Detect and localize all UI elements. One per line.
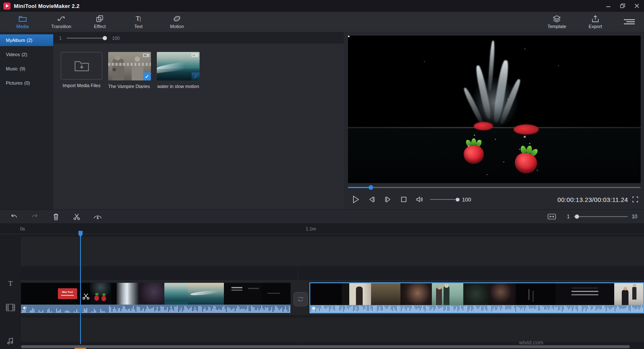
seek-knob[interactable] bbox=[369, 185, 373, 190]
volume-value: 100 bbox=[462, 196, 471, 203]
next-frame-button[interactable] bbox=[380, 193, 396, 206]
clip-logo-thumb: Mini Tool bbox=[58, 288, 77, 299]
timeline-zoom-min: 1 bbox=[567, 214, 570, 220]
timeline-clip-vampire-selected[interactable] bbox=[309, 282, 644, 313]
media-zoom-min: 1 bbox=[59, 36, 62, 41]
transition-slot[interactable] bbox=[293, 292, 308, 306]
tab-effect-label: Effect bbox=[94, 24, 106, 29]
volume-button[interactable] bbox=[412, 193, 428, 206]
myalbum-count: (2) bbox=[27, 38, 32, 43]
media-zoom-knob[interactable] bbox=[103, 36, 107, 40]
stop-button[interactable] bbox=[396, 193, 412, 206]
timeline-ruler[interactable] bbox=[0, 234, 644, 234]
previous-frame-button[interactable] bbox=[364, 193, 380, 206]
close-button[interactable] bbox=[630, 0, 644, 12]
music-count: (9) bbox=[20, 66, 25, 71]
playhead-handle[interactable] bbox=[78, 231, 83, 237]
fullscreen-button[interactable] bbox=[630, 194, 641, 205]
play-button[interactable] bbox=[348, 193, 364, 206]
tab-effect[interactable]: Effect bbox=[80, 12, 119, 32]
text-track[interactable] bbox=[21, 237, 644, 266]
playhead[interactable] bbox=[80, 232, 81, 344]
undo-button[interactable] bbox=[3, 210, 24, 224]
music-label: Music bbox=[6, 66, 18, 71]
sidebar-item-videos[interactable]: Videos (2) bbox=[0, 49, 53, 60]
video-camera-icon bbox=[143, 53, 150, 57]
video-track-icon bbox=[0, 304, 21, 311]
ruler-label-mid: 1.1m bbox=[306, 226, 316, 231]
media-item-water[interactable]: ✓ water in slow motion bbox=[157, 52, 200, 89]
template-button[interactable]: Template bbox=[538, 12, 576, 32]
seek-bar[interactable] bbox=[348, 185, 641, 189]
tab-media[interactable]: Media bbox=[3, 12, 42, 32]
library-sidebar: MyAlbum (2) Videos (2) Music (9) Picture… bbox=[0, 32, 53, 209]
app-logo-icon bbox=[3, 3, 10, 10]
timeline-zoom-knob[interactable] bbox=[575, 215, 579, 219]
tab-transition[interactable]: Transition bbox=[42, 12, 80, 32]
title-bar: MiniTool MovieMaker 2.2 bbox=[0, 0, 644, 12]
clip-speaker-icon bbox=[312, 306, 317, 311]
myalbum-label: MyAlbum bbox=[6, 38, 25, 43]
preview-panel: 100 00:00:13.23/00:03:11.24 bbox=[344, 32, 644, 209]
redo-button[interactable] bbox=[24, 210, 45, 224]
media-item-label: The Vampire Diaries Se... bbox=[108, 84, 151, 89]
video-camera-icon bbox=[192, 53, 198, 57]
media-zoom-max: 100 bbox=[112, 36, 119, 41]
playhead-scissors-icon[interactable] bbox=[82, 293, 90, 300]
minimize-button[interactable] bbox=[601, 0, 615, 12]
motion-icon bbox=[173, 15, 181, 23]
pictures-label: Pictures bbox=[6, 80, 23, 85]
timeline: 0s 1.1m T Mini Tool bbox=[0, 223, 644, 349]
delete-button[interactable] bbox=[45, 210, 66, 224]
split-scissors-button[interactable] bbox=[66, 210, 87, 224]
music-track[interactable] bbox=[21, 318, 644, 342]
tab-text[interactable]: T| Text bbox=[119, 12, 158, 32]
text-track-icon: T bbox=[0, 279, 21, 288]
export-button[interactable]: Export bbox=[576, 12, 615, 32]
restore-button[interactable] bbox=[615, 0, 630, 12]
text-icon: T| bbox=[136, 15, 141, 23]
fit-timeline-button[interactable] bbox=[548, 214, 556, 220]
timeline-toolbar: 1 10 bbox=[0, 209, 644, 223]
pictures-count: (0) bbox=[24, 80, 30, 85]
selected-check-icon: ✓ bbox=[192, 72, 200, 80]
volume-knob[interactable] bbox=[456, 198, 460, 202]
track-header-column: T bbox=[0, 234, 21, 349]
tab-motion[interactable]: Motion bbox=[158, 12, 196, 32]
media-folder-icon bbox=[18, 15, 27, 23]
import-folder-icon bbox=[73, 59, 90, 72]
media-item-vampire[interactable]: ✓ The Vampire Diaries Se... bbox=[108, 52, 151, 89]
volume-slider[interactable] bbox=[430, 199, 459, 200]
timecode: 00:00:13.23/00:03:11.24 bbox=[558, 196, 628, 203]
selected-check-icon: ✓ bbox=[143, 72, 151, 80]
window-title: MiniTool MovieMaker 2.2 bbox=[14, 3, 80, 9]
sidebar-item-myalbum[interactable]: MyAlbum (2) bbox=[0, 34, 53, 46]
speed-button[interactable] bbox=[87, 210, 108, 224]
template-icon bbox=[553, 15, 561, 23]
sidebar-item-music[interactable]: Music (9) bbox=[0, 63, 53, 75]
videos-count: (2) bbox=[21, 52, 27, 57]
menu-button[interactable] bbox=[615, 12, 644, 32]
tab-transition-label: Transition bbox=[51, 24, 71, 29]
media-panel: 1 100 Import Media Files bbox=[53, 32, 344, 209]
clip-audio-waveform bbox=[21, 305, 291, 313]
media-zoom-slider[interactable] bbox=[67, 38, 106, 39]
playback-controls: 100 00:00:13.23/00:03:11.24 bbox=[348, 191, 641, 207]
main-toolbar: Media Transition Effect T| Text Motion bbox=[0, 12, 644, 32]
transition-icon bbox=[57, 15, 66, 23]
tab-media-label: Media bbox=[16, 24, 29, 29]
timeline-zoom-max: 10 bbox=[632, 214, 637, 220]
timeline-clip-water[interactable]: Mini Tool bbox=[21, 283, 291, 313]
media-item-label: water in slow motion bbox=[157, 84, 200, 89]
import-media-card[interactable]: Import Media Files bbox=[61, 52, 102, 89]
tab-text-label: Text bbox=[134, 24, 143, 29]
export-label: Export bbox=[589, 24, 602, 29]
horizontal-scrollbar[interactable] bbox=[21, 345, 630, 348]
videos-label: Videos bbox=[6, 52, 20, 57]
sidebar-item-pictures[interactable]: Pictures (0) bbox=[0, 77, 53, 89]
export-icon bbox=[591, 15, 600, 23]
video-viewport[interactable] bbox=[348, 36, 641, 183]
media-zoom-bar: 1 100 bbox=[53, 32, 344, 44]
clip-speaker-icon bbox=[23, 305, 28, 310]
timeline-zoom-slider[interactable] bbox=[574, 216, 628, 217]
